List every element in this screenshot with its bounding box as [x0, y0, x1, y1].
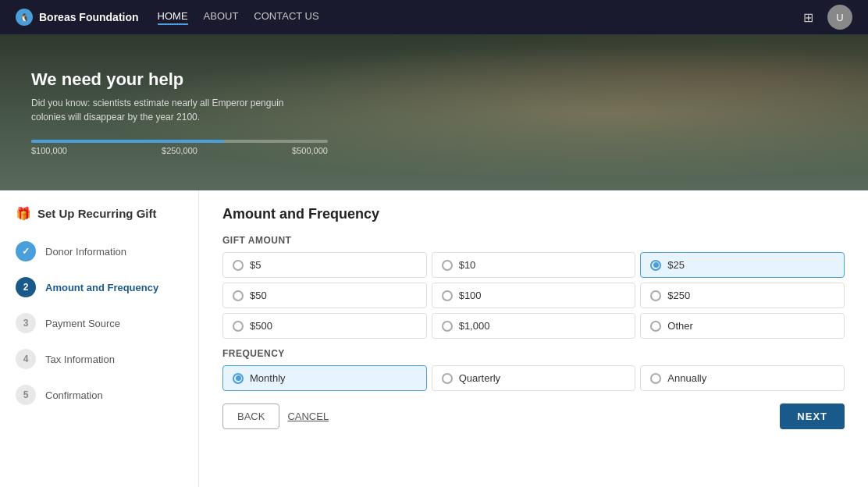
radio-other — [650, 321, 661, 332]
radio-inner-monthly — [236, 375, 241, 381]
frequency-option-annually[interactable]: Annually — [640, 365, 845, 391]
back-button[interactable]: BACK — [222, 403, 279, 429]
avatar[interactable]: U — [827, 5, 852, 30]
sidebar-label-amount: Amount and Frequency — [45, 282, 158, 293]
radio-inner-25 — [653, 262, 659, 268]
content-title: Amount and Frequency — [222, 206, 845, 222]
button-row: BACK CANCEL NEXT — [222, 403, 845, 429]
radio-5 — [233, 260, 244, 271]
amount-option-other[interactable]: Other — [640, 313, 845, 339]
sidebar-label-confirmation: Confirmation — [45, 389, 103, 401]
sidebar-item-tax-information[interactable]: 4 Tax Information — [0, 341, 198, 377]
radio-10 — [442, 260, 453, 271]
logo-text: Boreas Foundation — [39, 11, 139, 23]
amount-label-25: $25 — [667, 259, 685, 271]
radio-50 — [233, 290, 244, 301]
next-button[interactable]: NEXT — [780, 403, 845, 429]
nav-link-contact[interactable]: CONTACT US — [254, 10, 318, 25]
sidebar: 🎁 Set Up Recurring Gift ✓ Donor Informat… — [0, 190, 199, 487]
amount-option-25[interactable]: $25 — [640, 252, 845, 278]
amount-grid: $5 $10 $25 $50 $100 — [222, 252, 845, 339]
sidebar-label-payment: Payment Source — [45, 318, 120, 329]
amount-option-5[interactable]: $5 — [222, 252, 427, 278]
radio-500 — [233, 321, 244, 332]
nav-links: HOME ABOUT CONTACT US — [158, 10, 319, 25]
hero-content: We need your help Did you know: scientis… — [31, 69, 328, 155]
amount-label-500: $500 — [250, 320, 272, 332]
amount-option-10[interactable]: $10 — [432, 252, 636, 278]
amount-label-1000: $1,000 — [459, 320, 490, 332]
logo: 🐧 Boreas Foundation — [16, 9, 139, 26]
step-circle-3: 3 — [16, 313, 36, 333]
radio-25 — [650, 260, 661, 271]
navigation: 🐧 Boreas Foundation HOME ABOUT CONTACT U… — [0, 0, 868, 34]
nav-link-about[interactable]: ABOUT — [204, 10, 239, 25]
frequency-label-monthly: Monthly — [250, 372, 286, 384]
nav-link-home[interactable]: HOME — [158, 10, 188, 25]
amount-label-10: $10 — [459, 259, 476, 271]
frequency-option-monthly[interactable]: Monthly — [222, 365, 427, 391]
hero-section: We need your help Did you know: scientis… — [0, 34, 868, 190]
sidebar-item-amount-frequency[interactable]: 2 Amount and Frequency — [0, 269, 198, 305]
progress-label-2: $250,000 — [162, 146, 197, 155]
amount-label-100: $100 — [459, 290, 482, 301]
progress-bar-container: $100,000 $250,000 $500,000 — [31, 140, 328, 155]
nav-left: 🐧 Boreas Foundation HOME ABOUT CONTACT U… — [16, 9, 319, 26]
sidebar-header: 🎁 Set Up Recurring Gift — [0, 206, 198, 233]
amount-label-250: $250 — [667, 290, 690, 301]
sidebar-title: Set Up Recurring Gift — [37, 207, 157, 220]
step-circle-1: ✓ — [16, 241, 36, 261]
amount-option-1000[interactable]: $1,000 — [432, 313, 636, 339]
radio-250 — [650, 290, 661, 301]
logo-icon: 🐧 — [16, 9, 33, 26]
progress-label-3: $500,000 — [292, 146, 328, 155]
amount-label-other: Other — [667, 320, 693, 332]
gift-amount-label: Gift Amount — [222, 235, 845, 246]
sidebar-label-tax: Tax Information — [45, 354, 115, 365]
sidebar-label-donor: Donor Information — [45, 246, 126, 258]
radio-annually — [650, 373, 661, 384]
content-area: Amount and Frequency Gift Amount $5 $10 … — [199, 190, 868, 487]
main-layout: 🎁 Set Up Recurring Gift ✓ Donor Informat… — [0, 190, 868, 487]
amount-option-250[interactable]: $250 — [640, 283, 845, 308]
step-circle-4: 4 — [16, 349, 36, 369]
frequency-option-quarterly[interactable]: Quarterly — [432, 365, 636, 391]
radio-monthly — [233, 373, 244, 384]
grid-icon[interactable]: ⊞ — [803, 10, 813, 25]
progress-bar-fill — [31, 140, 224, 143]
hero-subtitle: Did you know: scientists estimate nearly… — [31, 96, 297, 124]
frequency-label-annually: Annually — [667, 372, 706, 384]
amount-option-100[interactable]: $100 — [432, 283, 636, 308]
amount-option-50[interactable]: $50 — [222, 283, 427, 308]
amount-label-50: $50 — [250, 290, 267, 301]
progress-labels: $100,000 $250,000 $500,000 — [31, 146, 328, 155]
radio-100 — [442, 290, 453, 301]
amount-option-500[interactable]: $500 — [222, 313, 427, 339]
cancel-button[interactable]: CANCEL — [287, 411, 329, 422]
progress-bar-background — [31, 140, 328, 143]
radio-quarterly — [442, 373, 453, 384]
progress-label-1: $100,000 — [31, 146, 67, 155]
hero-title: We need your help — [31, 69, 328, 90]
amount-label-5: $5 — [250, 259, 261, 271]
frequency-label-quarterly: Quarterly — [459, 372, 500, 384]
step-circle-5: 5 — [16, 385, 36, 405]
radio-1000 — [442, 321, 453, 332]
frequency-label: Frequency — [222, 348, 845, 359]
step-circle-2: 2 — [16, 277, 36, 297]
frequency-grid: Monthly Quarterly Annually — [222, 365, 845, 391]
sidebar-item-payment-source[interactable]: 3 Payment Source — [0, 305, 198, 341]
gift-icon: 🎁 — [16, 206, 31, 221]
sidebar-item-donor-information[interactable]: ✓ Donor Information — [0, 233, 198, 269]
sidebar-item-confirmation[interactable]: 5 Confirmation — [0, 377, 198, 413]
